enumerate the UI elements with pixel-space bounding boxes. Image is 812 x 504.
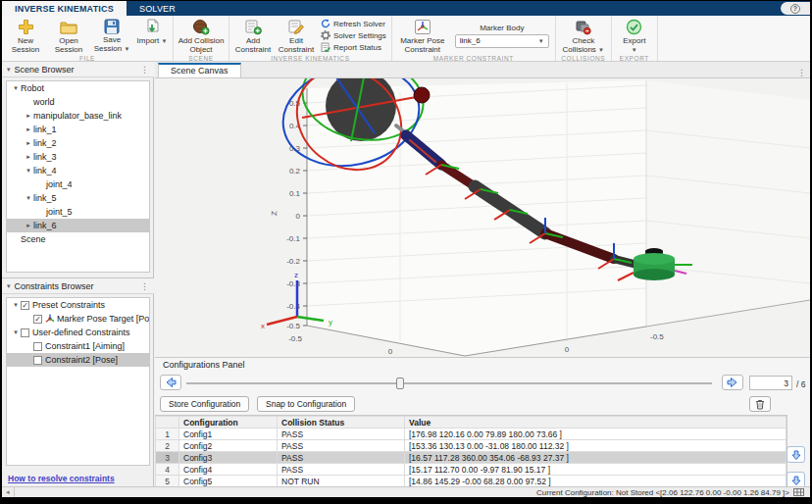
header-value[interactable]: Value	[405, 417, 787, 428]
header-collision-status[interactable]: Collision Status	[278, 417, 405, 428]
panel-menu-icon[interactable]: ⋮	[140, 65, 149, 75]
configuration-row-Config2[interactable]: 2Config2PASS[153.36 130.13 0.00 -31.08 1…	[156, 440, 787, 452]
checkbox-checked[interactable]: ✓	[33, 315, 42, 324]
cell-status[interactable]: PASS	[278, 440, 405, 452]
cell-status[interactable]: PASS	[278, 452, 405, 464]
cell-num[interactable]: 3	[156, 452, 179, 464]
app-frame: INVERSE KINEMATICS SOLVER ? New Session …	[0, 0, 812, 504]
table-grid-icon[interactable]	[793, 488, 804, 496]
report-status-button[interactable]: Report Status	[321, 42, 386, 53]
resolve-constraints-link[interactable]: How to resolve constraints	[8, 474, 115, 483]
cell-value[interactable]: [15.17 112.70 0.00 -9.97 81.90 15.17 ]	[405, 464, 787, 476]
store-configuration-button[interactable]: Store Configuration	[160, 396, 249, 412]
expander-open-icon[interactable]: ▾	[11, 328, 21, 336]
scene-tree-item-world[interactable]: world	[7, 95, 149, 109]
constraint-item-label: User-defined Constraints	[32, 328, 130, 337]
previous-configuration-button[interactable]	[160, 375, 181, 390]
panel-menu-icon[interactable]: ⋮	[140, 281, 149, 291]
new-session-button[interactable]: New Session	[4, 17, 47, 54]
cell-name[interactable]: Config1	[179, 428, 278, 440]
tab-inverse-kinematics[interactable]: INVERSE KINEMATICS	[2, 1, 127, 16]
open-session-button[interactable]: Open Session	[47, 17, 90, 54]
collapse-left-panel-icon[interactable]: ◂	[2, 487, 15, 497]
cell-name[interactable]: Config4	[179, 464, 278, 476]
collapse-caret-icon[interactable]: ▾	[7, 282, 11, 290]
cell-status[interactable]: PASS	[278, 464, 405, 476]
export-button[interactable]: Export▼	[614, 17, 655, 54]
cell-status[interactable]: PASS	[278, 428, 405, 440]
configuration-slider[interactable]	[186, 382, 712, 384]
refresh-solver-button[interactable]: Refresh Solver	[321, 19, 386, 29]
constraint-item-3[interactable]: Constraint1 [Aiming]	[7, 339, 149, 353]
robot-3d-view[interactable]: 0.5 0.4 0.3 0.2 0.1 0 -0.1 -0.2 -0.3 -0.…	[155, 78, 810, 357]
cell-value[interactable]: [14.86 145.29 -0.00 68.28 0.00 97.52 ]	[405, 476, 787, 487]
cell-name[interactable]: Config3	[179, 452, 278, 464]
cell-name[interactable]: Config5	[179, 476, 278, 487]
next-configuration-button[interactable]	[722, 375, 743, 390]
constraint-item-1[interactable]: ✓Marker Pose Target [Pose]	[7, 312, 149, 326]
configuration-index-input[interactable]	[749, 376, 792, 390]
scene-tree-item-link_5[interactable]: ▾link_5	[7, 191, 149, 205]
tab-scene-canvas[interactable]: Scene Canvas	[158, 63, 241, 77]
scene-tree-item-link_6[interactable]: ▸link_6	[7, 219, 149, 232]
expander-closed-icon[interactable]: ▸	[24, 112, 33, 120]
scene-tree-item-link_2[interactable]: ▸link_2	[7, 136, 149, 150]
scene-tree-item-Scene[interactable]: Scene	[7, 232, 149, 246]
marker-pose-constraint-button[interactable]: Marker Pose Constraint	[394, 17, 451, 54]
cell-num[interactable]: 4	[156, 464, 179, 476]
configuration-row-Config1[interactable]: 1Config1PASS[176.98 120.16 0.00 79.89 18…	[156, 428, 787, 440]
checkbox-unchecked[interactable]	[33, 342, 42, 351]
move-configuration-down-button[interactable]	[787, 446, 805, 463]
cell-value[interactable]: [176.98 120.16 0.00 79.89 180.00 73.66 ]	[405, 428, 787, 440]
checkbox-checked[interactable]: ✓	[21, 301, 29, 310]
scene-tree-item-joint_5[interactable]: joint_5	[7, 205, 149, 219]
scene-canvas-viewport[interactable]: 0.5 0.4 0.3 0.2 0.1 0 -0.1 -0.2 -0.3 -0.…	[155, 78, 810, 357]
constraint-item-4[interactable]: Constraint2 [Pose]	[7, 353, 149, 367]
configuration-row-Config4[interactable]: 4Config4PASS[15.17 112.70 0.00 -9.97 81.…	[156, 464, 787, 476]
expander-closed-icon[interactable]: ▸	[24, 139, 33, 147]
tab-solver[interactable]: SOLVER	[127, 1, 188, 16]
scene-tree-item-link_1[interactable]: ▸link_1	[7, 123, 149, 136]
target-handle-sphere[interactable]	[414, 87, 430, 103]
save-session-button[interactable]: Save Session ▼	[90, 17, 133, 54]
cell-value[interactable]: [16.57 117.28 360.00 354.06 -68.93 27.37…	[405, 452, 787, 464]
cell-num[interactable]: 5	[156, 476, 179, 487]
snap-to-configuration-button[interactable]: Snap to Configuration	[257, 396, 355, 412]
expander-closed-icon[interactable]: ▸	[24, 222, 33, 229]
scene-tree-item-link_4[interactable]: ▾link_4	[7, 164, 149, 177]
cell-value[interactable]: [153.36 130.13 0.00 -31.08 180.00 112.32…	[405, 440, 787, 452]
configuration-row-Config3[interactable]: 3Config3PASS[16.57 117.28 360.00 354.06 …	[156, 452, 787, 464]
cell-status[interactable]: NOT RUN	[278, 476, 405, 487]
constraint-item-0[interactable]: ▾✓Preset Constraints	[7, 298, 149, 312]
slider-thumb[interactable]	[396, 378, 404, 389]
edit-constraint-button[interactable]: Edit Constraint	[275, 17, 318, 54]
cell-name[interactable]: Config2	[179, 440, 278, 452]
expander-open-icon[interactable]: ▾	[11, 84, 21, 92]
add-collision-object-button[interactable]: Add Collision Object	[176, 17, 227, 54]
scene-tree-item-manipulator_base_link[interactable]: ▸manipulator_base_link	[7, 109, 149, 123]
header-configuration[interactable]: Configuration	[179, 417, 278, 428]
expander-open-icon[interactable]: ▾	[24, 194, 33, 202]
panel-menu-icon[interactable]: ⋮	[793, 68, 810, 77]
check-collisions-button[interactable]: Check Collisions ▼	[558, 17, 609, 54]
expander-closed-icon[interactable]: ▸	[24, 126, 33, 133]
scene-tree-item-Robot[interactable]: ▾Robot	[7, 81, 149, 95]
marker-body-dropdown[interactable]: link_6 ▼	[455, 34, 549, 48]
help-button[interactable]: ?	[781, 2, 810, 15]
scene-tree-item-joint_4[interactable]: joint_4	[7, 177, 149, 191]
scene-tree-item-link_3[interactable]: ▸link_3	[7, 150, 149, 164]
expander-open-icon[interactable]: ▾	[11, 301, 21, 309]
checkbox-unchecked[interactable]	[33, 356, 42, 365]
constraint-item-2[interactable]: ▾User-defined Constraints	[7, 326, 149, 339]
checkbox-unchecked[interactable]	[21, 328, 29, 337]
expander-open-icon[interactable]: ▾	[24, 167, 33, 175]
cell-num[interactable]: 1	[156, 428, 179, 440]
delete-configuration-button[interactable]	[749, 396, 771, 412]
collapse-caret-icon[interactable]: ▾	[7, 66, 11, 74]
import-button[interactable]: Import ▼	[133, 17, 171, 54]
cell-num[interactable]: 2	[156, 440, 179, 452]
expander-closed-icon[interactable]: ▸	[24, 153, 33, 161]
add-constraint-button[interactable]: Add Constraint	[231, 17, 275, 54]
configuration-row-Config5[interactable]: 5Config5NOT RUN[14.86 145.29 -0.00 68.28…	[156, 476, 787, 487]
solver-settings-button[interactable]: Solver Settings	[321, 30, 386, 41]
